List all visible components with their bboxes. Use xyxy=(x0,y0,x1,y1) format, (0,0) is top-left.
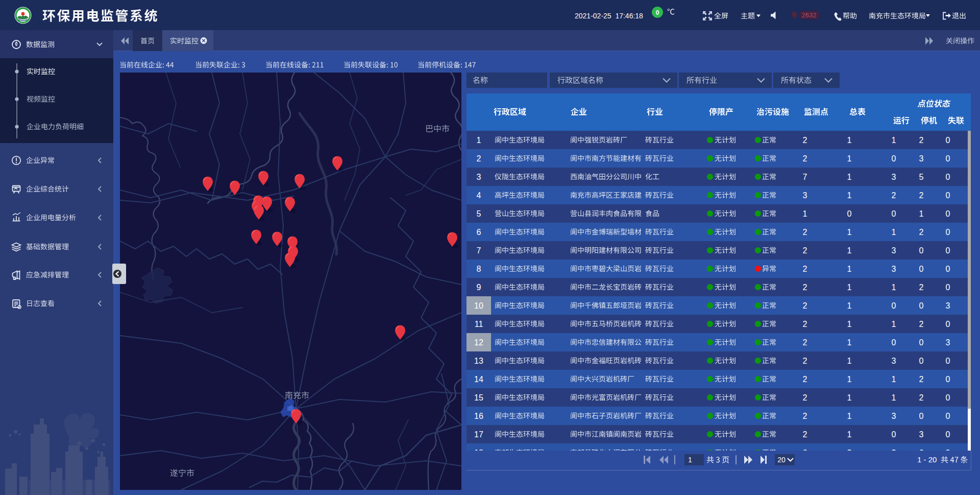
svg-text:2: 2 xyxy=(803,357,807,365)
svg-text:0: 0 xyxy=(946,283,950,292)
svg-text:2: 2 xyxy=(919,320,924,328)
svg-text:8: 8 xyxy=(477,265,481,273)
svg-text:1: 1 xyxy=(847,246,852,255)
svg-text:0: 0 xyxy=(946,320,950,328)
svg-text:1: 1 xyxy=(919,209,924,218)
svg-text:0: 0 xyxy=(946,209,950,218)
svg-text:0: 0 xyxy=(946,430,950,439)
svg-text:2632: 2632 xyxy=(802,11,817,19)
svg-text:0: 0 xyxy=(892,209,896,218)
svg-text:1: 1 xyxy=(892,136,896,145)
svg-text:3: 3 xyxy=(892,265,896,273)
svg-text:6: 6 xyxy=(477,228,481,237)
svg-text:11: 11 xyxy=(475,320,483,328)
svg-text:0: 0 xyxy=(946,228,950,237)
svg-text:5: 5 xyxy=(919,173,924,181)
svg-text:3: 3 xyxy=(892,173,896,181)
svg-text:7: 7 xyxy=(477,246,481,255)
svg-text:0: 0 xyxy=(919,412,924,420)
svg-text:2: 2 xyxy=(803,375,807,384)
svg-text:1: 1 xyxy=(847,191,852,200)
svg-text:2: 2 xyxy=(803,412,807,420)
svg-text:1: 1 xyxy=(892,228,896,237)
svg-text:2: 2 xyxy=(803,228,807,237)
svg-text:3: 3 xyxy=(477,173,481,181)
svg-text:3: 3 xyxy=(892,412,896,420)
svg-text:20: 20 xyxy=(777,456,786,464)
svg-text:17: 17 xyxy=(474,430,483,439)
svg-text:1: 1 xyxy=(847,173,852,181)
svg-text:1: 1 xyxy=(847,283,852,292)
svg-text:0: 0 xyxy=(946,154,950,163)
svg-text:0: 0 xyxy=(946,393,950,402)
svg-text:1: 1 xyxy=(892,283,896,292)
svg-text:2: 2 xyxy=(803,265,807,273)
svg-text:0: 0 xyxy=(946,357,950,365)
svg-text:1: 1 xyxy=(847,412,852,420)
svg-text:0: 0 xyxy=(946,375,950,384)
svg-text:3: 3 xyxy=(946,301,950,310)
svg-text:1: 1 xyxy=(892,375,896,384)
svg-text:0: 0 xyxy=(919,246,924,255)
svg-text:2021-02-25 17:46:18: 2021-02-25 17:46:18 xyxy=(575,12,643,20)
svg-text:1: 1 xyxy=(847,228,852,237)
svg-text:16: 16 xyxy=(474,412,483,420)
svg-text:2: 2 xyxy=(477,154,481,163)
svg-text:2: 2 xyxy=(919,375,924,384)
svg-text:0: 0 xyxy=(847,209,852,218)
svg-text:2: 2 xyxy=(919,283,924,292)
svg-text:1: 1 xyxy=(847,154,852,163)
svg-text:1: 1 xyxy=(847,265,852,273)
svg-text:3: 3 xyxy=(919,430,924,439)
svg-text:0: 0 xyxy=(919,265,924,273)
svg-text:3: 3 xyxy=(803,191,807,200)
svg-text:2: 2 xyxy=(892,191,896,200)
svg-text:2: 2 xyxy=(919,191,924,200)
svg-text:0: 0 xyxy=(892,154,896,163)
svg-text:2: 2 xyxy=(919,228,924,237)
svg-text:0: 0 xyxy=(946,173,950,181)
svg-text:2: 2 xyxy=(919,136,924,145)
svg-text:2: 2 xyxy=(803,301,807,310)
svg-text:2: 2 xyxy=(803,430,807,439)
svg-text:3: 3 xyxy=(892,246,896,255)
svg-text:0: 0 xyxy=(946,246,950,255)
svg-text:0: 0 xyxy=(946,136,950,145)
svg-text:0: 0 xyxy=(919,338,924,347)
svg-text:2: 2 xyxy=(803,136,807,145)
svg-text:3: 3 xyxy=(919,154,924,163)
svg-text:13: 13 xyxy=(474,357,483,365)
svg-text:10: 10 xyxy=(474,301,483,310)
svg-text:2: 2 xyxy=(803,154,807,163)
svg-text:0: 0 xyxy=(892,338,896,347)
svg-text:2: 2 xyxy=(803,338,807,347)
svg-text:0: 0 xyxy=(946,191,950,200)
svg-text:1: 1 xyxy=(847,338,852,347)
svg-text:1: 1 xyxy=(847,136,852,145)
svg-text:14: 14 xyxy=(474,375,483,384)
svg-text:0: 0 xyxy=(919,357,924,365)
svg-text:2: 2 xyxy=(803,246,807,255)
svg-text:0: 0 xyxy=(946,412,950,420)
svg-text:1: 1 xyxy=(847,301,852,310)
svg-text:1: 1 xyxy=(477,136,481,145)
svg-text:0: 0 xyxy=(919,301,924,310)
svg-text:2: 2 xyxy=(803,393,807,402)
svg-text:1: 1 xyxy=(847,375,852,384)
svg-text:0: 0 xyxy=(892,430,896,439)
svg-text:3: 3 xyxy=(892,357,896,365)
svg-text:12: 12 xyxy=(474,338,483,347)
svg-text:0: 0 xyxy=(656,9,659,16)
svg-text:4: 4 xyxy=(477,191,481,200)
svg-text:1: 1 xyxy=(847,393,852,402)
svg-text:1: 1 xyxy=(847,357,852,365)
svg-text:1: 1 xyxy=(688,456,692,464)
svg-text:2: 2 xyxy=(803,283,807,292)
svg-text:7: 7 xyxy=(803,173,807,181)
svg-text:15: 15 xyxy=(474,393,483,402)
svg-text:1 - 20: 1 - 20 xyxy=(917,455,937,464)
svg-text:2: 2 xyxy=(919,393,924,402)
svg-text:1: 1 xyxy=(892,320,896,328)
svg-text:5: 5 xyxy=(477,209,481,218)
svg-text:9: 9 xyxy=(477,283,481,292)
